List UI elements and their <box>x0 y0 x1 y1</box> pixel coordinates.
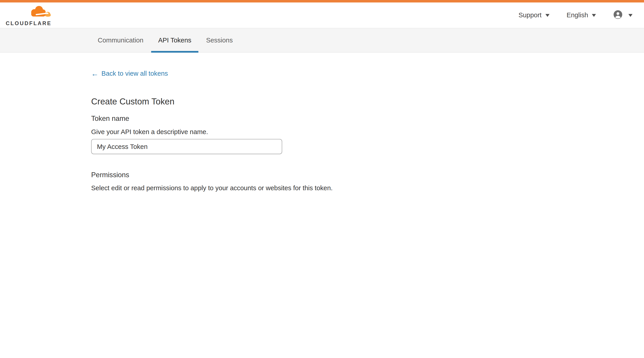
page-title: Create Custom Token <box>91 97 644 107</box>
cloudflare-wordmark: CLOUDFLARE <box>6 20 52 26</box>
token-name-heading: Token name <box>91 115 644 123</box>
chevron-down-icon <box>592 14 596 17</box>
back-to-tokens-link[interactable]: ← Back to view all tokens <box>91 70 168 77</box>
tab-communication[interactable]: Communication <box>98 28 144 52</box>
language-label: English <box>566 12 588 19</box>
cloudflare-cloud-icon <box>26 4 52 20</box>
permissions-heading: Permissions <box>91 171 644 179</box>
top-orange-bar <box>0 0 644 3</box>
back-arrow-icon: ← <box>91 70 98 77</box>
tab-sessions[interactable]: Sessions <box>206 28 233 52</box>
chevron-down-icon <box>545 14 549 17</box>
token-name-input[interactable] <box>91 139 282 154</box>
user-avatar-icon <box>613 10 623 21</box>
chevron-down-icon <box>628 14 632 17</box>
header: CLOUDFLARE Support English <box>0 3 644 28</box>
support-menu[interactable]: Support <box>518 12 549 19</box>
tab-api-tokens[interactable]: API Tokens <box>158 28 192 52</box>
main-content: ← Back to view all tokens Create Custom … <box>0 53 644 196</box>
tab-bar: Communication API Tokens Sessions <box>0 28 644 53</box>
language-menu[interactable]: English <box>566 12 596 19</box>
permissions-description: Select edit or read permissions to apply… <box>91 185 644 192</box>
cloudflare-logo[interactable]: CLOUDFLARE <box>6 4 52 26</box>
support-label: Support <box>518 12 542 19</box>
back-link-label: Back to view all tokens <box>102 70 168 77</box>
token-name-description: Give your API token a descriptive name. <box>91 128 644 136</box>
page: CLOUDFLARE Support English <box>0 0 644 196</box>
account-menu[interactable] <box>613 10 632 21</box>
header-right: Support English <box>518 10 632 21</box>
